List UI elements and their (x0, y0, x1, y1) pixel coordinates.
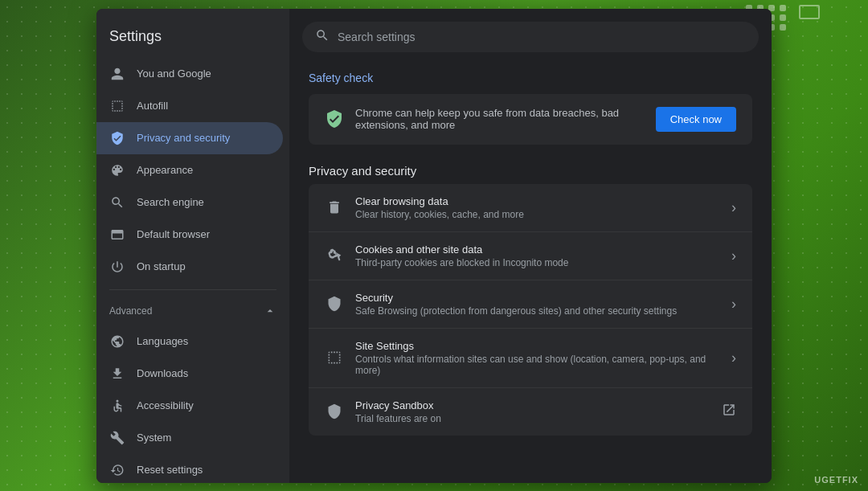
sidebar-item-appearance[interactable]: Appearance (96, 154, 283, 186)
search-icon (109, 194, 125, 211)
sidebar-title: Settings (96, 22, 289, 58)
cookies-text: Cookies and other site data Third-party … (355, 243, 720, 268)
site-settings-text: Site Settings Controls what information … (355, 340, 720, 376)
site-settings-title: Site Settings (355, 340, 720, 352)
shield-check-icon (325, 109, 344, 129)
privacy-section-title: Privacy and security (289, 151, 772, 184)
settings-row-cookies[interactable]: Cookies and other site data Third-party … (309, 232, 752, 280)
chevron-right-icon: › (731, 199, 736, 216)
sidebar-item-label: Accessibility (137, 399, 194, 411)
sidebar-item-privacy[interactable]: Privacy and security (96, 122, 283, 154)
browser-window: Settings You and Google Autofill Privacy… (96, 9, 772, 483)
sidebar-item-label: On startup (137, 260, 186, 272)
settings-row-privacy-sandbox[interactable]: Privacy Sandbox Trial features are on (309, 388, 752, 436)
sidebar-divider (109, 289, 276, 290)
clear-browsing-subtitle: Clear history, cookies, cache, and more (355, 209, 720, 220)
security-subtitle: Safe Browsing (protection from dangerous… (355, 305, 720, 317)
settings-row-clear-browsing[interactable]: Clear browsing data Clear history, cooki… (309, 184, 752, 232)
sidebar-item-reset[interactable]: Reset settings (96, 454, 283, 483)
system-icon (109, 430, 125, 446)
safety-check-section-label: Safety check (289, 65, 772, 94)
settings-row-security[interactable]: Security Safe Browsing (protection from … (309, 280, 752, 329)
search-bar-icon (315, 28, 330, 46)
sidebar-item-downloads[interactable]: Downloads (96, 358, 283, 390)
external-link-icon (722, 403, 736, 420)
advanced-label: Advanced (109, 305, 152, 317)
sidebar-item-label: Languages (137, 335, 188, 347)
settings-row-site-settings[interactable]: Site Settings Controls what information … (309, 329, 752, 388)
clear-browsing-title: Clear browsing data (355, 195, 720, 207)
sidebar-item-default-browser[interactable]: Default browser (96, 219, 283, 251)
privacy-settings-list: Clear browsing data Clear history, cooki… (309, 184, 752, 436)
privacy-sandbox-text: Privacy Sandbox Trial features are on (355, 399, 710, 424)
privacy-sandbox-subtitle: Trial features are on (355, 413, 710, 424)
sidebar-item-label: Privacy and security (137, 132, 230, 144)
search-bar (302, 22, 759, 52)
privacy-sandbox-title: Privacy Sandbox (355, 399, 710, 411)
sidebar-item-label: Reset settings (137, 464, 203, 476)
chevron-right-icon: › (731, 350, 736, 366)
sidebar-item-on-startup[interactable]: On startup (96, 251, 283, 283)
search-input[interactable] (338, 31, 746, 43)
sidebar-item-label: Default browser (137, 228, 210, 240)
check-now-button[interactable]: Check now (656, 107, 736, 132)
trash-icon (325, 198, 344, 217)
privacy-icon (109, 130, 125, 146)
safety-description: Chrome can help keep you safe from data … (355, 107, 645, 131)
watermark: UGETFIX (814, 475, 858, 485)
cookie-icon (325, 246, 344, 265)
security-shield-icon (325, 294, 344, 313)
reset-icon (109, 462, 125, 478)
sidebar-item-label: Autofill (137, 100, 168, 112)
download-icon (109, 366, 125, 382)
accessibility-icon (109, 398, 125, 414)
sidebar-item-languages[interactable]: Languages (96, 325, 283, 358)
sidebar-item-label: You and Google (137, 68, 211, 80)
appearance-icon (109, 162, 125, 178)
sidebar-item-autofill[interactable]: Autofill (96, 90, 283, 122)
cookies-title: Cookies and other site data (355, 243, 720, 256)
globe-icon (109, 333, 125, 350)
sidebar-item-label: Appearance (137, 164, 193, 176)
security-title: Security (355, 292, 720, 304)
safety-check-card: Chrome can help keep you safe from data … (309, 94, 752, 145)
sidebar-item-system[interactable]: System (96, 422, 283, 454)
privacy-sandbox-icon (325, 402, 344, 421)
person-icon (109, 66, 125, 82)
security-text: Security Safe Browsing (protection from … (355, 292, 720, 317)
svg-point-0 (117, 399, 119, 402)
sidebar-item-label: Search engine (137, 196, 204, 208)
chevron-right-icon: › (731, 296, 736, 313)
main-content: Safety check Chrome can help keep you sa… (289, 9, 772, 483)
site-settings-icon (325, 348, 344, 367)
clear-browsing-text: Clear browsing data Clear history, cooki… (355, 195, 720, 220)
sidebar: Settings You and Google Autofill Privacy… (96, 9, 289, 483)
browser-icon (109, 227, 125, 243)
site-settings-subtitle: Controls what information sites can use … (355, 354, 720, 376)
advanced-section-header[interactable]: Advanced (96, 297, 289, 325)
sidebar-item-you-and-google[interactable]: You and Google (96, 58, 283, 90)
sidebar-item-label: Downloads (137, 367, 188, 379)
startup-icon (109, 259, 125, 275)
decorative-screen (799, 5, 820, 19)
sidebar-item-label: System (137, 432, 171, 444)
sidebar-item-accessibility[interactable]: Accessibility (96, 390, 283, 422)
autofill-icon (109, 98, 125, 114)
chevron-right-icon: › (731, 248, 736, 264)
cookies-subtitle: Third-party cookies are blocked in Incog… (355, 257, 720, 268)
sidebar-item-search-engine[interactable]: Search engine (96, 186, 283, 219)
